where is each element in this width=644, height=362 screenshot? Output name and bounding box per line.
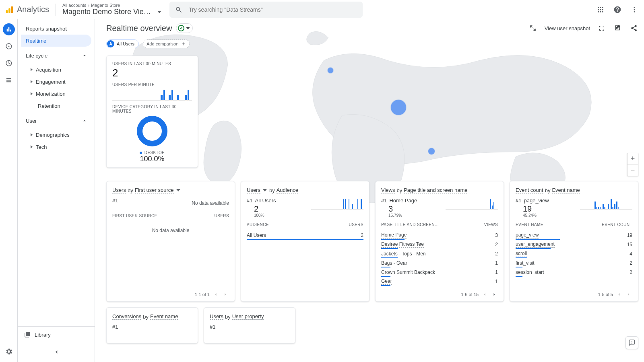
add-comparison-button[interactable]: Add comparison — [143, 39, 190, 48]
rail-configure-icon[interactable] — [3, 74, 15, 86]
search-icon — [175, 6, 182, 13]
svg-point-19 — [8, 46, 9, 47]
sidebar-section-user[interactable]: User — [21, 113, 91, 129]
help-icon[interactable] — [613, 5, 622, 14]
card-metric[interactable]: Event count — [516, 187, 543, 193]
card-metric[interactable]: Conversions — [112, 313, 141, 320]
sidebar-section-lifecycle[interactable]: Life cycle — [21, 47, 91, 64]
table-row[interactable]: first_visit2 — [516, 259, 632, 267]
audience-chip-all-users[interactable]: A All Users — [106, 39, 139, 48]
card-sparkline — [580, 197, 632, 210]
sidebar-item-tech[interactable]: Tech — [21, 141, 91, 153]
apps-icon[interactable] — [596, 5, 605, 14]
card-dimension[interactable]: Page title and screen name — [404, 187, 467, 193]
pager-prev-button[interactable] — [212, 291, 219, 298]
zoom-in-button[interactable]: + — [627, 153, 638, 165]
svg-rect-15 — [6, 29, 8, 32]
compare-icon[interactable] — [528, 24, 537, 33]
svg-rect-21 — [6, 80, 11, 80]
sidebar-item-realtime[interactable]: Realtime — [21, 35, 91, 47]
card-dimension[interactable]: Event name — [150, 313, 178, 320]
more-vert-icon[interactable] — [630, 5, 639, 14]
zoom-out-button[interactable]: − — [627, 165, 638, 176]
table-row[interactable]: Gear1 — [381, 277, 498, 286]
sidebar-collapse-button[interactable] — [18, 345, 95, 359]
card-dimension[interactable]: Event name — [552, 187, 580, 193]
chevron-up-icon — [82, 53, 87, 58]
map-zoom-control: + − — [627, 153, 638, 176]
svg-point-25 — [631, 27, 633, 29]
card-users-by-audience: Users by Audience #1All Users 2 100% AUD… — [241, 181, 369, 302]
chevron-left-icon — [53, 348, 60, 356]
search-input[interactable] — [188, 6, 357, 13]
card-dimension[interactable]: First user source — [135, 187, 174, 193]
users-30min-value: 2 — [112, 67, 192, 79]
edit-note-icon[interactable] — [613, 24, 622, 33]
nav-rail — [0, 19, 18, 362]
rail-reports-icon[interactable] — [3, 23, 15, 35]
sidebar-item-monetization[interactable]: Monetization — [21, 88, 91, 100]
feedback-icon — [628, 339, 636, 346]
sidebar-item-library[interactable]: Library — [18, 326, 95, 343]
users-30min-label: USERS IN LAST 30 MINUTES — [112, 62, 192, 66]
admin-gear-icon[interactable] — [4, 347, 14, 356]
pager-prev-button[interactable] — [615, 291, 623, 298]
chevron-down-icon — [263, 189, 267, 191]
product-name: Analytics — [17, 5, 49, 14]
status-check-icon — [178, 25, 184, 31]
status-pill[interactable] — [176, 23, 193, 33]
table-row[interactable]: Jackets - Tops - Men2 — [381, 249, 498, 258]
view-user-snapshot-button[interactable]: View user snapshot — [545, 25, 590, 31]
map-user-dot — [391, 100, 406, 115]
table-row[interactable]: scroll4 — [516, 249, 632, 258]
top-bar: Analytics All accounts›Magento Store Mag… — [0, 0, 644, 19]
table-row[interactable]: user_engagement15 — [516, 240, 632, 249]
search-box[interactable] — [169, 2, 363, 18]
map-user-dot — [328, 68, 333, 73]
sidebar-item-acquisition[interactable]: Acquisition — [21, 64, 91, 76]
card-metric[interactable]: Users — [210, 313, 223, 320]
card-metric[interactable]: Users — [112, 187, 126, 193]
feedback-button[interactable] — [625, 336, 638, 349]
metric-cards-row: Users by First user source #1- - No data… — [106, 181, 638, 302]
sidebar: Reports snapshot Realtime Life cycle Acq… — [18, 19, 95, 362]
share-icon[interactable] — [630, 24, 638, 33]
account-view-name: Magento Demo Store View -… — [62, 8, 155, 16]
rail-advertising-icon[interactable] — [3, 57, 15, 69]
no-data-text: No data available — [192, 200, 229, 206]
table-row[interactable]: session_start2 — [516, 268, 632, 277]
svg-rect-20 — [6, 78, 11, 79]
table-row[interactable]: Home Page3 — [381, 231, 498, 240]
table-row[interactable]: Crown Summit Backpack1 — [381, 268, 498, 277]
sidebar-item-retention[interactable]: Retention — [21, 100, 91, 112]
card-dimension[interactable]: User property — [232, 313, 264, 320]
rail-explore-icon[interactable] — [3, 40, 15, 52]
caret-right-icon — [31, 133, 33, 136]
table-row[interactable]: Desiree Fitness Tee2 — [381, 240, 498, 249]
pager-next-button[interactable] — [491, 291, 498, 298]
product-logo[interactable]: Analytics — [5, 5, 49, 14]
pager-next-button[interactable] — [222, 291, 229, 298]
svg-point-8 — [602, 9, 603, 10]
account-picker[interactable]: All accounts›Magento Store Magento Demo … — [62, 3, 161, 16]
svg-rect-1 — [8, 8, 10, 13]
table-row[interactable]: All Users2 — [247, 231, 363, 240]
page-header: Realtime overview View user snapshot — [106, 23, 638, 33]
fullscreen-icon[interactable] — [597, 24, 606, 33]
chevron-down-icon — [157, 11, 161, 13]
card-metric[interactable]: Views — [381, 187, 395, 193]
sidebar-item-reports-snapshot[interactable]: Reports snapshot — [21, 23, 91, 35]
card-users-by-first-source: Users by First user source #1- - No data… — [106, 181, 235, 302]
pager-next-button[interactable] — [625, 291, 632, 298]
svg-rect-16 — [8, 27, 9, 32]
device-donut-chart — [137, 116, 167, 146]
table-row[interactable]: Bags - Gear1 — [381, 259, 498, 267]
card-dimension[interactable]: Audience — [277, 187, 298, 193]
table-row[interactable]: page_view19 — [516, 231, 632, 240]
pager-prev-button[interactable] — [481, 291, 488, 298]
card-metric[interactable]: Users — [247, 187, 260, 193]
sidebar-item-demographics[interactable]: Demographics — [21, 129, 91, 141]
sidebar-item-engagement[interactable]: Engagement — [21, 76, 91, 88]
account-breadcrumb: All accounts›Magento Store — [62, 3, 161, 8]
chevron-up-icon — [82, 118, 87, 123]
